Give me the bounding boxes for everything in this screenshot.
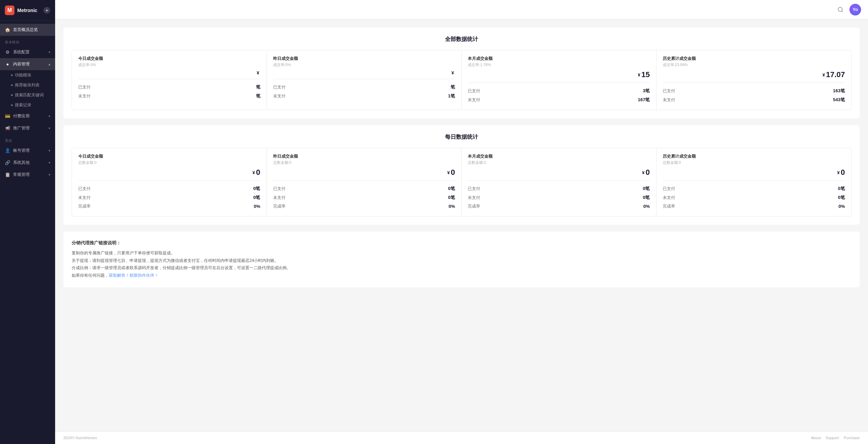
- sidebar-item-account-mgmt[interactable]: 👤 账号管理 ▾: [0, 145, 55, 157]
- stat-month-unpaid-label: 未支付: [468, 97, 480, 103]
- daily-stat-month-paid-value: 0笔: [643, 186, 650, 192]
- sidebar-paid-app-label: 付费应用: [13, 113, 30, 119]
- sidebar-item-system-other[interactable]: 🔗 系统其他 ▾: [0, 157, 55, 169]
- stat-total-value: ¥ 17.07: [663, 70, 845, 79]
- sidebar-promote-mgmt-label: 推广管理: [13, 125, 30, 131]
- stat-today-value: ¥: [78, 70, 260, 75]
- stat-card-yesterday: 昨日成交金额 成交率:0% ¥ 已支付 笔 未支付 1笔: [267, 50, 462, 110]
- sidebar-sub-item-search-record[interactable]: 搜索记录: [0, 100, 55, 110]
- footer-link-purchase[interactable]: Purchase: [844, 436, 860, 440]
- sidebar-item-system-config[interactable]: ⚙ 系统配置 ▾: [0, 46, 55, 58]
- divider: [273, 79, 455, 79]
- sidebar-sub-item-search-keyword[interactable]: 搜索匹配关键词: [0, 90, 55, 100]
- stat-yesterday-unpaid-row: 未支付 1笔: [273, 92, 455, 101]
- divider: [78, 180, 260, 181]
- daily-stat-card-month: 本月成交金额 总数金额:0 ¥ 0 已支付 0笔 未支付 0笔: [462, 148, 657, 216]
- sidebar-item-general-mgmt[interactable]: 📋 常规管理 ▾: [0, 169, 55, 181]
- function-block-label: 功能模块: [15, 73, 31, 78]
- daily-stat-today-amount: 0: [256, 168, 260, 177]
- daily-stat-month-paid-row: 已支付 0笔: [468, 184, 650, 193]
- stat-total-unpaid-label: 未支付: [663, 97, 675, 103]
- daily-stat-yesterday-paid-row: 已支付 0笔: [273, 184, 455, 193]
- sidebar-item-promote-mgmt[interactable]: 📢 推广管理 ▾: [0, 122, 55, 134]
- daily-stat-month-complete-row: 完成率 0%: [468, 202, 650, 211]
- stat-card-total: 历史累计成交金额 成交率:23.89% ¥ 17.07 已支付 163笔 未支付…: [657, 50, 851, 110]
- daily-stat-yesterday-paid-label: 已支付: [273, 186, 286, 192]
- daily-stat-today-complete-row: 完成率 0%: [78, 202, 260, 211]
- daily-stat-today-unpaid-label: 未支付: [78, 195, 91, 201]
- search-record-dot: [11, 104, 13, 106]
- sidebar-item-home[interactable]: 🏠 首页概况总览: [0, 24, 55, 36]
- daily-stat-total-complete-value: 0%: [838, 204, 845, 209]
- daily-stat-today-paid-value: 0笔: [253, 186, 260, 192]
- stat-today-label: 今日成交金额: [78, 56, 260, 62]
- info-item-1: 关于提现：请到提现管理七目、申请提现，提现方式为微信或者支付宝，任何时间内申请提…: [72, 257, 851, 265]
- daily-stat-yesterday-complete-row: 完成率 0%: [273, 202, 455, 211]
- daily-stat-yesterday-unpaid-label: 未支付: [273, 195, 286, 201]
- daily-stat-yesterday-sublabel: 总数金额:0: [273, 160, 455, 165]
- daily-stat-total-unpaid-label: 未支付: [663, 195, 675, 201]
- daily-stat-yesterday-currency: ¥: [447, 170, 450, 175]
- account-mgmt-arrow: ▾: [49, 149, 50, 152]
- search-button[interactable]: [836, 5, 845, 14]
- daily-stat-total-paid-label: 已支付: [663, 186, 675, 192]
- sidebar-add-button[interactable]: +: [43, 7, 50, 14]
- search-keyword-label: 搜索匹配关键词: [15, 93, 44, 98]
- recommend-block-dot: [11, 84, 13, 86]
- stat-today-paid-label: 已支付: [78, 84, 91, 90]
- stat-yesterday-paid-row: 已支付 笔: [273, 83, 455, 92]
- stat-month-sublabel: 成交率:1.78%: [468, 62, 650, 67]
- daily-stat-month-unpaid-row: 未支付 0笔: [468, 193, 650, 202]
- basic-section-label: 基本模块: [0, 36, 55, 46]
- search-keyword-dot: [11, 94, 13, 96]
- avatar-text: Yo: [852, 7, 858, 12]
- all-data-section: 全部数据统计 今日成交金额 成交率:0% ¥ 已支付 笔: [63, 28, 860, 118]
- daily-stat-today-unpaid-value: 0笔: [253, 194, 260, 201]
- footer: 2024© Keenthemes About Support Purchase: [55, 431, 868, 444]
- sidebar-system-other-label: 系统其他: [13, 160, 30, 166]
- daily-stat-yesterday-paid-value: 0笔: [448, 186, 455, 192]
- info-link[interactable]: 获取解答！权限协作伙伴！: [109, 273, 158, 278]
- all-data-grid: 今日成交金额 成交率:0% ¥ 已支付 笔 未支付 笔: [72, 50, 851, 110]
- sidebar-sub-item-recommend-block[interactable]: 推荐板块列表: [0, 80, 55, 90]
- stat-today-unpaid-value: 笔: [256, 93, 260, 99]
- sidebar-item-content-mgmt[interactable]: ● 内容管理 ▴: [0, 58, 55, 70]
- sidebar-account-mgmt-label: 账号管理: [13, 148, 30, 154]
- footer-link-about[interactable]: About: [811, 436, 821, 440]
- sidebar-general-mgmt-label: 常规管理: [13, 172, 30, 178]
- daily-stat-yesterday-value: ¥ 0: [273, 168, 455, 177]
- system-other-arrow: ▾: [49, 161, 50, 165]
- daily-stat-total-complete-label: 完成率: [663, 203, 675, 209]
- daily-stat-total-unpaid-row: 未支付 0笔: [663, 193, 845, 202]
- stat-today-paid-value: 笔: [256, 84, 260, 90]
- stat-month-value: ¥ 15: [468, 70, 650, 79]
- sidebar-sub-item-function-block[interactable]: 功能模块: [0, 70, 55, 80]
- daily-stat-today-unpaid-row: 未支付 0笔: [78, 193, 260, 202]
- daily-stat-yesterday-complete-value: 0%: [448, 204, 455, 209]
- daily-stat-yesterday-amount: 0: [451, 168, 455, 177]
- stat-yesterday-paid-label: 已支付: [273, 84, 286, 90]
- sidebar-item-paid-app[interactable]: 💳 付费应用 ▾: [0, 110, 55, 122]
- info-item-3: 如果你有任何问题，获取解答！权限协作伙伴！: [72, 272, 851, 279]
- stat-today-currency: ¥: [257, 70, 259, 75]
- svg-line-1: [841, 11, 843, 12]
- avatar[interactable]: Yo: [849, 4, 861, 15]
- daily-stat-today-currency: ¥: [252, 170, 255, 175]
- info-item-0: 复制你的专属推广链接，只要用户下单你便可获取提成。: [72, 250, 851, 257]
- daily-stat-card-today: 今日成交金额 总数金额:0 ¥ 0 已支付 0笔 未支付 0笔: [72, 148, 267, 216]
- daily-stat-today-label: 今日成交金额: [78, 154, 260, 159]
- info-item-2: 分成比例：请求一级管理员或者联系源码开发者，分销提成比例一级管理员可在后台设置，…: [72, 264, 851, 272]
- footer-link-support[interactable]: Support: [826, 436, 839, 440]
- content-mgmt-icon: ●: [5, 62, 10, 67]
- daily-stat-today-paid-label: 已支付: [78, 186, 91, 192]
- main-content: Yo 全部数据统计 今日成交金额 成交率:0% ¥ 已支付 笔: [55, 0, 868, 444]
- stat-card-month: 本月成交金额 成交率:1.78% ¥ 15 已支付 3笔 未支付 167笔: [462, 50, 657, 110]
- daily-stat-month-complete-label: 完成率: [468, 203, 480, 209]
- stat-yesterday-paid-value: 笔: [451, 84, 455, 90]
- daily-stat-card-total: 历史累计成交金额 总数金额:0 ¥ 0 已支付 0笔 未支付 0笔: [657, 148, 851, 216]
- stat-total-unpaid-value: 543笔: [833, 97, 845, 103]
- stat-today-sublabel: 成交率:0%: [78, 62, 260, 67]
- daily-stat-month-unpaid-value: 0笔: [643, 194, 650, 201]
- stat-yesterday-unpaid-label: 未支付: [273, 93, 286, 99]
- stat-month-amount: 15: [641, 70, 650, 79]
